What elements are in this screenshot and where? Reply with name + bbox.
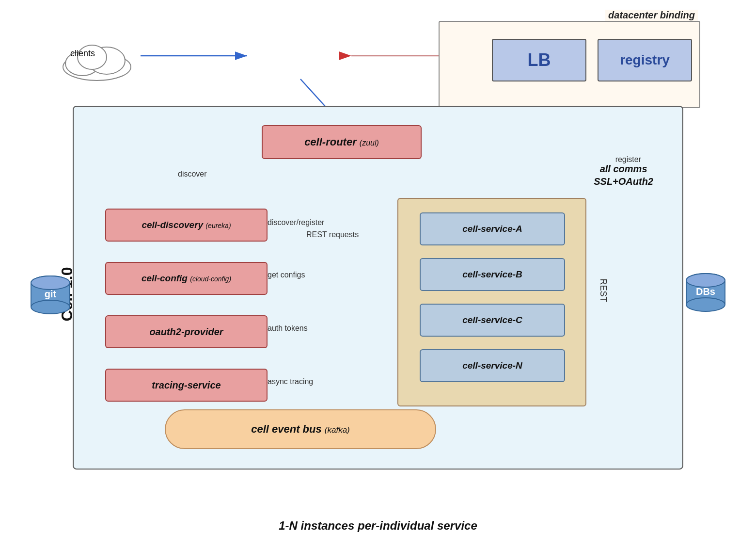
tracing-box: tracing-service (105, 369, 268, 402)
cell-discovery-label: cell-discovery (142, 220, 203, 230)
diagram-container: clients datacenter binding LB registry c… (29, 14, 727, 537)
async-tracing-label: async tracing (268, 377, 313, 386)
oauth2-box: oauth2-provider (105, 315, 268, 348)
service-a-box: cell-service-A (420, 212, 565, 245)
discover-label: discover (178, 170, 207, 178)
auth-tokens-label: auth tokens (268, 324, 308, 333)
registry-label: registry (620, 52, 670, 68)
oauth2-label: oauth2-provider (149, 326, 223, 338)
services-cluster: cell-service-A cell-service-B cell-servi… (397, 198, 586, 406)
get-configs-label: get configs (268, 271, 305, 279)
clients-label: clients (70, 49, 95, 59)
rest-requests-label: REST requests (306, 230, 359, 239)
svg-point-36 (31, 276, 70, 290)
all-comms-label: all commsSSL+OAuth2 (594, 162, 653, 188)
svg-point-41 (686, 298, 725, 311)
registry-box: registry (598, 39, 692, 81)
svg-point-42 (686, 274, 725, 287)
tracing-label: tracing-service (152, 380, 220, 391)
dbs-cylinder: DBs (684, 271, 727, 314)
service-c-box: cell-service-C (420, 304, 565, 337)
dbs-label: DBs (684, 286, 727, 297)
service-c-label: cell-service-C (462, 315, 522, 325)
svg-point-35 (31, 300, 70, 314)
discover-register-label: discover/register (268, 218, 324, 227)
service-n-box: cell-service-N (420, 349, 565, 382)
event-bus-sub: (kafka) (325, 425, 350, 435)
service-a-label: cell-service-A (462, 224, 522, 234)
lb-box: LB (492, 39, 586, 81)
git-label: git (29, 289, 72, 300)
cell-config-sub: (cloud-config) (190, 275, 231, 283)
git-cylinder: git (29, 273, 72, 317)
lb-label: LB (528, 50, 551, 70)
cell-discovery-box: cell-discovery (eureka) (105, 209, 268, 242)
cell-config-label: cell-config (142, 273, 188, 283)
datacenter-label: datacenter binding (605, 10, 698, 21)
cell-router-box: cell-router (zuul) (262, 125, 422, 159)
cell-router-label: cell-router (zuul) (304, 136, 379, 148)
clients-cloud (58, 35, 136, 84)
cell-config-box: cell-config (cloud-config) (105, 262, 268, 295)
event-bus-box: cell event bus (kafka) (165, 409, 436, 449)
cell-discovery-sub: (eureka) (205, 222, 231, 229)
service-b-label: cell-service-B (462, 269, 522, 280)
service-b-box: cell-service-B (420, 258, 565, 291)
rest-label: REST (598, 278, 608, 302)
service-n-label: cell-service-N (462, 360, 522, 371)
cell-main-box: cell-router (zuul) discover register RES… (73, 106, 683, 470)
bottom-label: 1-N instances per-individual service (29, 519, 727, 533)
event-bus-label: cell event bus (251, 423, 322, 435)
